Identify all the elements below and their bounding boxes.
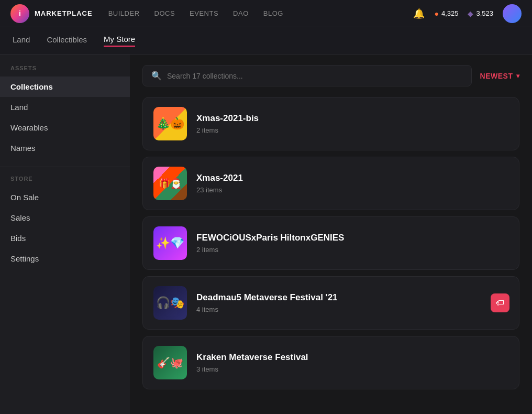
sidebar-item-sales[interactable]: Sales bbox=[0, 208, 130, 228]
collection-card-3[interactable]: 🎧🎭 Deadmau5 Metaverse Festival '21 4 ite… bbox=[142, 276, 519, 330]
sidebar-item-collections[interactable]: Collections bbox=[0, 77, 130, 97]
nav-links: BUILDER DOCS EVENTS DAO BLOG bbox=[108, 9, 414, 17]
nav-builder[interactable]: BUILDER bbox=[108, 9, 140, 17]
currency-eth: ◆ 3,523 bbox=[468, 9, 493, 18]
collection-card-2[interactable]: ✨💎 FEWOCiOUSxParis HiltonxGENIES 2 items bbox=[142, 216, 519, 270]
brand-name: MARKETPLACE bbox=[35, 9, 93, 17]
nav-blog[interactable]: BLOG bbox=[263, 9, 283, 17]
sidebar-item-wearables[interactable]: Wearables bbox=[0, 117, 130, 138]
collection-thumb-3: 🎧🎭 bbox=[153, 286, 187, 320]
second-nav: Land Collectibles My Store bbox=[0, 27, 532, 55]
sidebar-item-on-sale[interactable]: On Sale bbox=[0, 187, 130, 208]
collection-thumb-4: 🎸🐙 bbox=[153, 346, 187, 379]
tab-land[interactable]: Land bbox=[13, 35, 30, 46]
sort-label: NEWEST bbox=[480, 72, 513, 80]
collection-items-0: 2 items bbox=[196, 126, 508, 134]
sort-button[interactable]: NEWEST ▾ bbox=[480, 72, 519, 80]
main-layout: ASSETS Collections Land Wearables Names … bbox=[0, 55, 532, 414]
tab-my-store[interactable]: My Store bbox=[104, 35, 135, 47]
collection-name-1: Xmas-2021 bbox=[196, 173, 508, 183]
collection-info-0: Xmas-2021-bis 2 items bbox=[196, 113, 508, 134]
sidebar-divider bbox=[0, 167, 130, 167]
collection-items-2: 2 items bbox=[196, 246, 508, 254]
currency-mana: ● 4,325 bbox=[434, 9, 458, 18]
nav-events[interactable]: EVENTS bbox=[190, 9, 218, 17]
sidebar: ASSETS Collections Land Wearables Names … bbox=[0, 55, 130, 414]
collection-items-1: 23 items bbox=[196, 186, 508, 194]
nav-dao[interactable]: DAO bbox=[233, 9, 249, 17]
mana-dot: ● bbox=[434, 9, 438, 18]
nav-docs[interactable]: DOCS bbox=[154, 9, 175, 17]
collection-card-1[interactable]: 🎁🎅 Xmas-2021 23 items bbox=[142, 157, 519, 210]
collection-name-3: Deadmau5 Metaverse Festival '21 bbox=[196, 292, 508, 303]
top-nav: i MARKETPLACE BUILDER DOCS EVENTS DAO BL… bbox=[0, 0, 532, 27]
collection-thumb-2: ✨💎 bbox=[153, 226, 187, 260]
collections-list: 🎄🎃 Xmas-2021-bis 2 items 🎁🎅 Xmas-2021 23… bbox=[142, 97, 519, 389]
collection-card-0[interactable]: 🎄🎃 Xmas-2021-bis 2 items bbox=[142, 97, 519, 150]
logo-area: i MARKETPLACE bbox=[10, 4, 93, 23]
nav-right: 🔔 ● 4,325 ◆ 3,523 bbox=[413, 4, 522, 23]
tag-icon: 🏷 bbox=[496, 298, 504, 308]
sidebar-item-land[interactable]: Land bbox=[0, 97, 130, 117]
chevron-down-icon: ▾ bbox=[516, 72, 520, 80]
user-avatar[interactable] bbox=[503, 4, 522, 23]
assets-section-label: ASSETS bbox=[0, 65, 130, 77]
collection-name-2: FEWOCiOUSxParis HiltonxGENIES bbox=[196, 233, 508, 243]
tab-collectibles[interactable]: Collectibles bbox=[47, 35, 87, 46]
collection-name-0: Xmas-2021-bis bbox=[196, 113, 508, 124]
collection-thumb-0: 🎄🎃 bbox=[153, 107, 187, 140]
sidebar-item-bids[interactable]: Bids bbox=[0, 228, 130, 248]
collection-info-2: FEWOCiOUSxParis HiltonxGENIES 2 items bbox=[196, 233, 508, 254]
sidebar-item-names[interactable]: Names bbox=[0, 138, 130, 158]
collection-thumb-1: 🎁🎅 bbox=[153, 167, 187, 200]
mana-amount: 4,325 bbox=[441, 9, 459, 17]
collection-items-3: 4 items bbox=[196, 306, 508, 313]
sidebar-item-settings[interactable]: Settings bbox=[0, 248, 130, 269]
collection-items-4: 3 items bbox=[196, 365, 508, 373]
collection-card-4[interactable]: 🎸🐙 Kraken Metaverse Festival 3 items bbox=[142, 336, 519, 389]
eth-amount: 3,523 bbox=[476, 9, 493, 17]
eth-diamond: ◆ bbox=[468, 9, 473, 18]
content-area: 🔍 NEWEST ▾ 🎄🎃 Xmas-2021-bis 2 items bbox=[130, 55, 532, 414]
collection-name-4: Kraken Metaverse Festival bbox=[196, 352, 508, 363]
search-icon: 🔍 bbox=[151, 71, 162, 81]
store-section-label: STORE bbox=[0, 176, 130, 187]
collection-info-4: Kraken Metaverse Festival 3 items bbox=[196, 352, 508, 373]
logo-icon[interactable]: i bbox=[10, 4, 29, 23]
collection-info-1: Xmas-2021 23 items bbox=[196, 173, 508, 194]
search-input-wrap: 🔍 bbox=[142, 65, 472, 86]
search-input[interactable] bbox=[167, 72, 463, 80]
collection-badge-3: 🏷 bbox=[491, 293, 509, 312]
search-bar: 🔍 NEWEST ▾ bbox=[142, 65, 519, 86]
notifications-icon[interactable]: 🔔 bbox=[413, 8, 425, 19]
collection-info-3: Deadmau5 Metaverse Festival '21 4 items bbox=[196, 292, 508, 313]
